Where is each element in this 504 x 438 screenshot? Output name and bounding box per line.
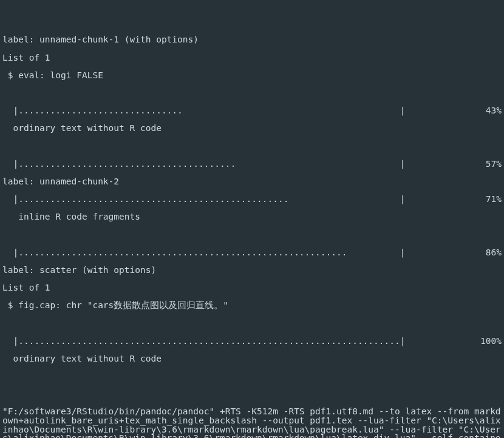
console-line: ordinary text without R code xyxy=(2,124,502,133)
pandoc-command: "F:/software3/RStudio/bin/pandoc/pandoc"… xyxy=(2,407,502,438)
console-line: label: scatter (with options) xyxy=(2,266,502,275)
console-line: label: unnamed-chunk-1 (with options) xyxy=(2,35,502,44)
blank-line xyxy=(2,318,502,328)
console-line: List of 1 xyxy=(2,53,502,62)
blank-line xyxy=(2,142,502,151)
blank-line xyxy=(2,230,502,239)
progress-line: |............................... | 43% xyxy=(2,106,502,115)
console-line: $ eval: logi FALSE xyxy=(2,71,502,80)
progress-line: |.......................................… xyxy=(2,195,502,204)
blank-line xyxy=(2,372,502,381)
blank-line xyxy=(2,89,502,98)
console-line: $ fig.cap: chr "cars数据散点图以及回归直线。" xyxy=(2,301,502,310)
progress-line: |.......................................… xyxy=(2,337,502,346)
progress-line: |.......................................… xyxy=(2,248,502,257)
blank-line xyxy=(2,389,502,399)
console-line: label: unnamed-chunk-2 xyxy=(2,177,502,186)
progress-line: |.......................................… xyxy=(2,160,502,169)
console-line: List of 1 xyxy=(2,283,502,292)
console-line: inline R code fragments xyxy=(2,212,502,221)
console-line: ordinary text without R code xyxy=(2,354,502,363)
